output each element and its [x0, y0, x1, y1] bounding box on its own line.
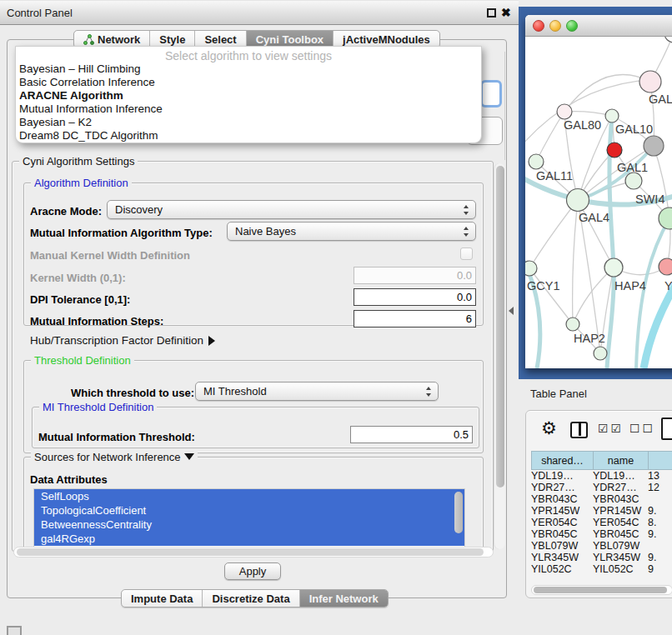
node-gal7[interactable] [639, 71, 661, 92]
aracne-mode-select[interactable]: Discovery [107, 200, 476, 219]
dropdown-item[interactable]: Bayesian – Hill Climbing [16, 62, 481, 76]
minimized-panel-stub[interactable] [7, 626, 22, 635]
node-gray[interactable] [644, 136, 664, 156]
float-panel-icon[interactable] [487, 8, 496, 18]
node-gal4[interactable] [567, 189, 589, 212]
tab-jactivemnodules[interactable]: jActiveMNodules [333, 31, 439, 48]
control-panel-titlebar: Control Panel ✖ [0, 0, 519, 25]
settings-horizontal-scrollbar[interactable] [13, 547, 494, 558]
table-row[interactable]: YBL079WYBL079W [531, 540, 672, 552]
node-swi4[interactable] [659, 208, 672, 229]
algorithm-combobox-focus-fragment[interactable] [480, 80, 502, 108]
attribute-item-selected[interactable]: gal4RGexp [34, 532, 464, 546]
dropdown-item[interactable]: Bayesian – K2 [16, 116, 481, 129]
mi-type-label: Mutual Information Algorithm Type: [30, 227, 213, 239]
table-row[interactable]: YDL19…YDL19…13 [531, 470, 672, 482]
stepper-arrows-icon [464, 226, 469, 238]
table-horizontal-scrollbar[interactable] [531, 585, 672, 595]
tab-select[interactable]: Select [195, 31, 246, 48]
tab-network[interactable]: Network [74, 31, 150, 48]
gear-icon[interactable]: ⚙ [541, 418, 557, 438]
mi-threshold-field[interactable]: 0.5 [350, 426, 473, 443]
settings-vertical-scrollbar[interactable] [494, 163, 505, 549]
column-header-name[interactable]: name [594, 452, 649, 470]
svg-text:HAP2: HAP2 [574, 332, 605, 345]
table-row[interactable]: YDR27…YDR27…12 [531, 482, 672, 493]
svg-text:GAL7: GAL7 [649, 92, 672, 106]
mi-threshold-definition-title: MI Threshold Definition [39, 401, 157, 413]
node-hap4[interactable] [604, 258, 623, 277]
svg-text:GAL80: GAL80 [564, 118, 601, 132]
dropdown-item[interactable]: Basic Correlation Inference [16, 76, 481, 89]
data-attributes-list[interactable]: SelfLoops TopologicalCoefficient Between… [33, 488, 465, 548]
scrollbar-thumb[interactable] [17, 548, 484, 556]
mi-threshold-label: Mutual Information Threshold: [38, 431, 195, 443]
close-panel-icon[interactable]: ✖ [501, 6, 511, 19]
network-window[interactable]: GAL7 GAL80 GAL10 GAL1 GAL11 SWI4 GAL4 GC… [525, 15, 672, 368]
zoom-traffic-light-icon[interactable] [566, 20, 578, 32]
node-selected-red[interactable] [607, 142, 622, 158]
tab-discretize-data[interactable]: Discretize Data [203, 590, 299, 607]
panel-collapse-arrow[interactable] [509, 307, 514, 315]
node-gal1[interactable] [625, 172, 642, 189]
table-panel-title: Table Panel [530, 388, 587, 400]
tab-cyni-toolbox[interactable]: Cyni Toolbox [247, 31, 333, 48]
mi-steps-field[interactable]: 6 [354, 310, 476, 328]
node[interactable] [594, 347, 607, 360]
dropdown-item[interactable]: Dream8 DC_TDC Algorithm [16, 129, 481, 142]
scrollbar-thumb[interactable] [496, 166, 504, 488]
node-table-header: shared… name [531, 451, 672, 470]
tab-label: Network [98, 33, 140, 46]
attribute-item-selected[interactable]: SelfLoops [34, 489, 464, 503]
network-canvas[interactable]: GAL7 GAL80 GAL10 GAL1 GAL11 SWI4 GAL4 GC… [525, 37, 672, 368]
scrollbar-thumb[interactable] [534, 587, 667, 593]
sources-group-title[interactable]: Sources for Network Inference [31, 451, 198, 463]
threshold-definition-title: Threshold Definition [31, 354, 134, 367]
control-panel-title: Control Panel [7, 7, 73, 19]
panel-edge-line [504, 52, 505, 160]
cyni-mode-tabs: Impute Data Discretize Data Infer Networ… [121, 589, 389, 608]
apply-button[interactable]: Apply [224, 562, 281, 580]
minimize-traffic-light-icon[interactable] [549, 20, 561, 32]
node-table-rows[interactable]: YDL19…YDL19…13 YDR27…YDR27…12 YBR043CYBR… [531, 470, 672, 585]
node-gcy1[interactable] [525, 261, 537, 276]
tab-style[interactable]: Style [150, 31, 195, 48]
split-columns-icon[interactable] [570, 422, 588, 438]
node-gal10[interactable] [605, 109, 619, 122]
deselect-all-checkboxes-icon[interactable]: ☐☐ [629, 422, 655, 435]
table-row[interactable]: YBR045CYBR045C9. [531, 528, 672, 540]
attribute-item-selected[interactable]: TopologicalCoefficient [34, 503, 464, 518]
which-threshold-select[interactable]: MI Threshold [195, 382, 439, 401]
node-hap2[interactable] [566, 318, 579, 331]
table-row[interactable]: YLR345WYLR345W9. [531, 552, 672, 563]
network-view-panel: GAL7 GAL80 GAL10 GAL1 GAL11 SWI4 GAL4 GC… [519, 7, 672, 379]
manual-kernel-checkbox[interactable] [460, 248, 473, 260]
table-row[interactable]: YER054CYER054C8. [531, 517, 672, 528]
dpi-tolerance-field[interactable]: 0.0 [354, 288, 476, 306]
svg-text:GAL1: GAL1 [617, 161, 648, 174]
table-row[interactable]: YBR043CYBR043C [531, 493, 672, 505]
dropdown-item[interactable]: Mutual Information Inference [16, 102, 481, 116]
tab-impute-data[interactable]: Impute Data [122, 590, 203, 607]
tab-infer-network[interactable]: Infer Network [300, 590, 388, 607]
table-row[interactable]: YIL052CYIL052C9 [531, 563, 672, 575]
select-all-checkboxes-icon[interactable]: ☑☑ [598, 422, 624, 435]
node-gal80[interactable] [557, 104, 572, 119]
mi-type-select[interactable]: Naive Bayes [227, 222, 476, 241]
which-threshold-label: Which threshold to use: [71, 387, 194, 399]
network-window-titlebar[interactable] [525, 15, 672, 37]
algorithm-definition-title: Algorithm Definition [31, 177, 132, 189]
attribute-item-selected[interactable]: BetweennessCentrality [34, 518, 464, 532]
dropdown-item-selected[interactable]: ARACNE Algorithm [16, 89, 481, 102]
column-header-cut[interactable] [649, 452, 672, 470]
table-row[interactable]: YPR145WYPR145W9. [531, 505, 672, 517]
attributes-scrollbar-thumb[interactable] [454, 492, 463, 533]
node-pink[interactable] [659, 258, 672, 275]
stepper-arrows-icon [464, 204, 469, 216]
node[interactable] [664, 37, 672, 42]
close-traffic-light-icon[interactable] [533, 20, 544, 32]
node-gal11[interactable] [529, 154, 544, 169]
hub-definition-toggle[interactable]: Hub/Transcription Factor Definition [30, 334, 215, 347]
column-header-shared-name[interactable]: shared… [532, 452, 594, 470]
new-table-document-icon[interactable] [661, 418, 672, 440]
